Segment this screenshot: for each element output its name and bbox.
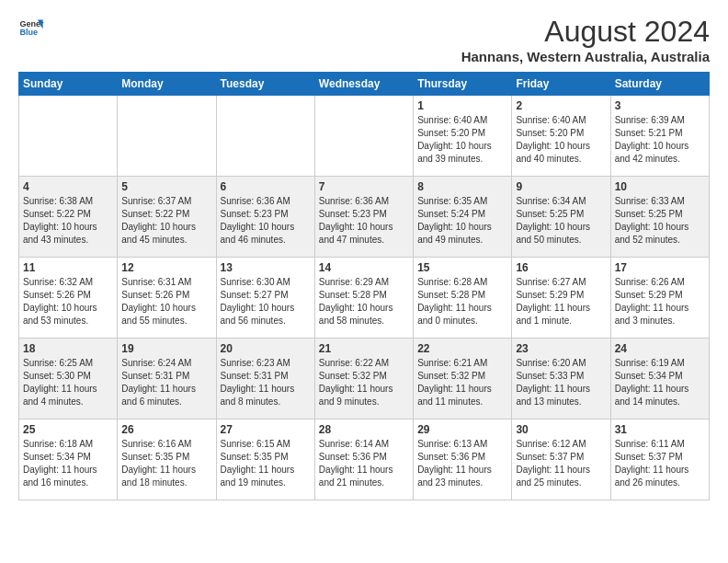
day-number: 18 [23,342,113,355]
calendar-cell: 17Sunrise: 6:26 AM Sunset: 5:29 PM Dayli… [610,258,709,339]
calendar-cell: 20Sunrise: 6:23 AM Sunset: 5:31 PM Dayli… [216,339,314,419]
day-number: 14 [319,261,409,274]
day-number: 10 [615,180,705,193]
day-number: 16 [516,261,606,274]
day-content: Sunrise: 6:36 AM Sunset: 5:23 PM Dayligh… [319,195,409,247]
day-number: 20 [221,342,311,355]
day-number: 4 [23,180,113,193]
svg-text:Blue: Blue [19,28,38,37]
calendar-body: 1Sunrise: 6:40 AM Sunset: 5:20 PM Daylig… [19,96,710,500]
day-content: Sunrise: 6:20 AM Sunset: 5:33 PM Dayligh… [516,357,606,408]
day-number: 29 [417,423,507,436]
day-content: Sunrise: 6:12 AM Sunset: 5:37 PM Dayligh… [516,438,606,489]
calendar-cell: 30Sunrise: 6:12 AM Sunset: 5:37 PM Dayli… [512,419,610,500]
day-content: Sunrise: 6:28 AM Sunset: 5:28 PM Dayligh… [417,276,507,327]
calendar-cell: 14Sunrise: 6:29 AM Sunset: 5:28 PM Dayli… [314,258,413,339]
calendar-cell [19,96,118,177]
day-content: Sunrise: 6:39 AM Sunset: 5:21 PM Dayligh… [615,114,705,166]
calendar-table: SundayMondayTuesdayWednesdayThursdayFrid… [18,72,710,500]
day-content: Sunrise: 6:16 AM Sunset: 5:35 PM Dayligh… [121,438,211,489]
week-row-5: 25Sunrise: 6:18 AM Sunset: 5:34 PM Dayli… [19,419,710,500]
calendar-cell: 4Sunrise: 6:38 AM Sunset: 5:22 PM Daylig… [19,177,118,258]
day-content: Sunrise: 6:30 AM Sunset: 5:27 PM Dayligh… [221,276,311,327]
calendar-cell: 6Sunrise: 6:36 AM Sunset: 5:23 PM Daylig… [216,177,314,258]
header-cell-wednesday: Wednesday [314,73,413,96]
day-number: 21 [319,342,409,355]
header-cell-sunday: Sunday [19,73,118,96]
day-content: Sunrise: 6:23 AM Sunset: 5:31 PM Dayligh… [221,357,311,408]
day-number: 24 [615,342,705,355]
day-number: 25 [23,423,113,436]
page-header: General Blue August 2024 Hannans, Wester… [18,15,710,64]
day-content: Sunrise: 6:34 AM Sunset: 5:25 PM Dayligh… [516,195,606,247]
day-content: Sunrise: 6:22 AM Sunset: 5:32 PM Dayligh… [319,357,409,408]
day-content: Sunrise: 6:36 AM Sunset: 5:23 PM Dayligh… [221,195,311,247]
calendar-cell: 24Sunrise: 6:19 AM Sunset: 5:34 PM Dayli… [610,339,709,419]
calendar-cell: 12Sunrise: 6:31 AM Sunset: 5:26 PM Dayli… [118,258,216,339]
calendar-cell: 5Sunrise: 6:37 AM Sunset: 5:22 PM Daylig… [118,177,216,258]
calendar-cell [314,96,413,177]
calendar-cell [216,96,314,177]
day-number: 9 [516,180,606,193]
calendar-cell: 13Sunrise: 6:30 AM Sunset: 5:27 PM Dayli… [216,258,314,339]
day-content: Sunrise: 6:14 AM Sunset: 5:36 PM Dayligh… [319,438,409,489]
day-content: Sunrise: 6:29 AM Sunset: 5:28 PM Dayligh… [319,276,409,327]
header-cell-tuesday: Tuesday [216,73,314,96]
day-number: 26 [121,423,211,436]
day-number: 8 [417,180,507,193]
day-number: 6 [221,180,311,193]
header-cell-thursday: Thursday [414,73,512,96]
week-row-4: 18Sunrise: 6:25 AM Sunset: 5:30 PM Dayli… [19,339,710,419]
calendar-cell: 29Sunrise: 6:13 AM Sunset: 5:36 PM Dayli… [414,419,512,500]
calendar-cell: 8Sunrise: 6:35 AM Sunset: 5:24 PM Daylig… [414,177,512,258]
calendar-cell: 9Sunrise: 6:34 AM Sunset: 5:25 PM Daylig… [512,177,610,258]
header-cell-friday: Friday [512,73,610,96]
day-content: Sunrise: 6:19 AM Sunset: 5:34 PM Dayligh… [615,357,705,408]
day-number: 3 [615,99,705,112]
day-content: Sunrise: 6:13 AM Sunset: 5:36 PM Dayligh… [417,438,507,489]
week-row-3: 11Sunrise: 6:32 AM Sunset: 5:26 PM Dayli… [19,258,710,339]
calendar-cell: 15Sunrise: 6:28 AM Sunset: 5:28 PM Dayli… [414,258,512,339]
day-number: 19 [121,342,211,355]
calendar-cell: 11Sunrise: 6:32 AM Sunset: 5:26 PM Dayli… [19,258,118,339]
header-cell-saturday: Saturday [610,73,709,96]
day-number: 5 [121,180,211,193]
day-content: Sunrise: 6:37 AM Sunset: 5:22 PM Dayligh… [121,195,211,247]
calendar-header: SundayMondayTuesdayWednesdayThursdayFrid… [19,73,710,96]
calendar-cell: 16Sunrise: 6:27 AM Sunset: 5:29 PM Dayli… [512,258,610,339]
day-number: 27 [221,423,311,436]
subtitle: Hannans, Western Australia, Australia [461,49,710,64]
week-row-2: 4Sunrise: 6:38 AM Sunset: 5:22 PM Daylig… [19,177,710,258]
day-content: Sunrise: 6:24 AM Sunset: 5:31 PM Dayligh… [121,357,211,408]
day-number: 22 [417,342,507,355]
day-content: Sunrise: 6:26 AM Sunset: 5:29 PM Dayligh… [615,276,705,327]
calendar-cell: 28Sunrise: 6:14 AM Sunset: 5:36 PM Dayli… [314,419,413,500]
day-content: Sunrise: 6:11 AM Sunset: 5:37 PM Dayligh… [615,438,705,489]
calendar-cell: 22Sunrise: 6:21 AM Sunset: 5:32 PM Dayli… [414,339,512,419]
calendar-cell: 18Sunrise: 6:25 AM Sunset: 5:30 PM Dayli… [19,339,118,419]
title-block: August 2024 Hannans, Western Australia, … [461,15,710,64]
calendar-cell: 10Sunrise: 6:33 AM Sunset: 5:25 PM Dayli… [610,177,709,258]
main-title: August 2024 [461,15,710,49]
day-number: 23 [516,342,606,355]
calendar-cell [118,96,216,177]
day-number: 11 [23,261,113,274]
day-content: Sunrise: 6:35 AM Sunset: 5:24 PM Dayligh… [417,195,507,247]
calendar-cell: 23Sunrise: 6:20 AM Sunset: 5:33 PM Dayli… [512,339,610,419]
day-number: 13 [221,261,311,274]
day-content: Sunrise: 6:40 AM Sunset: 5:20 PM Dayligh… [417,114,507,166]
calendar-cell: 21Sunrise: 6:22 AM Sunset: 5:32 PM Dayli… [314,339,413,419]
day-content: Sunrise: 6:27 AM Sunset: 5:29 PM Dayligh… [516,276,606,327]
calendar-cell: 19Sunrise: 6:24 AM Sunset: 5:31 PM Dayli… [118,339,216,419]
day-content: Sunrise: 6:32 AM Sunset: 5:26 PM Dayligh… [23,276,113,327]
day-number: 12 [121,261,211,274]
logo: General Blue [18,15,44,40]
day-content: Sunrise: 6:38 AM Sunset: 5:22 PM Dayligh… [23,195,113,247]
header-row: SundayMondayTuesdayWednesdayThursdayFrid… [19,73,710,96]
calendar-cell: 27Sunrise: 6:15 AM Sunset: 5:35 PM Dayli… [216,419,314,500]
day-number: 15 [417,261,507,274]
day-content: Sunrise: 6:21 AM Sunset: 5:32 PM Dayligh… [417,357,507,408]
day-content: Sunrise: 6:15 AM Sunset: 5:35 PM Dayligh… [221,438,311,489]
header-cell-monday: Monday [118,73,216,96]
calendar-cell: 3Sunrise: 6:39 AM Sunset: 5:21 PM Daylig… [610,96,709,177]
